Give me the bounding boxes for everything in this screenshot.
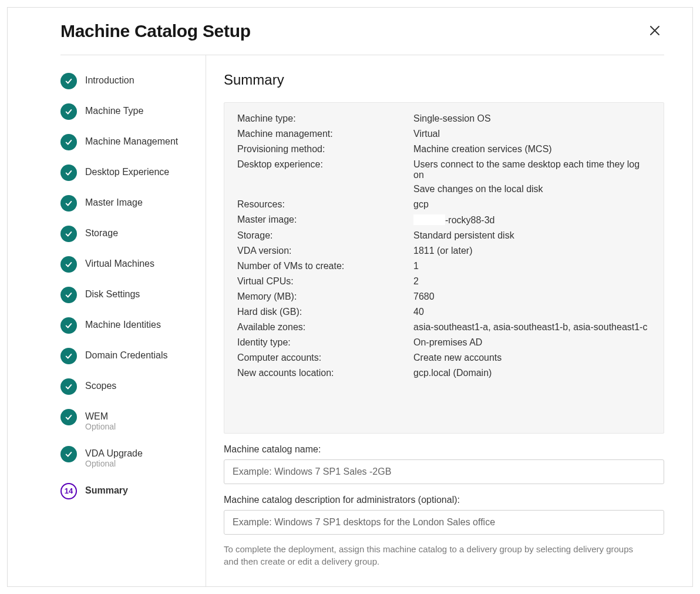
step-texts: WEMOptional xyxy=(85,409,116,432)
step-label: Scopes xyxy=(85,380,116,391)
summary-row-label: Provisioning method: xyxy=(237,144,413,155)
dialog-body: IntroductionMachine TypeMachine Manageme… xyxy=(8,55,692,586)
summary-row: Machine type:Single-session OS xyxy=(237,111,651,126)
panel-heading: Summary xyxy=(224,72,664,88)
check-icon xyxy=(60,317,77,334)
step-label: Storage xyxy=(85,227,118,239)
summary-value-text: Create new accounts xyxy=(413,353,502,363)
check-icon xyxy=(60,134,77,150)
wizard-step-summary[interactable]: 14Summary xyxy=(60,483,206,499)
summary-row-label: Machine management: xyxy=(237,129,413,139)
summary-value-text: 1 xyxy=(413,261,419,271)
wizard-step-machine-identities[interactable]: Machine Identities xyxy=(60,317,206,334)
summary-value-text: Machine creation services (MCS) xyxy=(413,144,552,154)
wizard-step-desktop-experience[interactable]: Desktop Experience xyxy=(60,165,206,181)
summary-value-text: Single-session OS xyxy=(413,113,491,123)
summary-row: Master image:-rocky88-3d xyxy=(237,212,651,228)
summary-row: Identity type:On-premises AD xyxy=(237,335,651,350)
summary-row-label: New accounts location: xyxy=(237,368,413,378)
step-label: Machine Identities xyxy=(85,319,161,330)
summary-row: Number of VMs to create:1 xyxy=(237,259,651,274)
catalog-name-input[interactable] xyxy=(224,459,664,484)
step-number-icon: 14 xyxy=(60,483,77,499)
summary-row-value: 40 xyxy=(413,307,651,317)
summary-row-value: -rocky88-3d xyxy=(413,214,651,226)
summary-value-text: On-premises AD xyxy=(413,337,482,347)
wizard-sidebar: IntroductionMachine TypeMachine Manageme… xyxy=(18,55,206,586)
step-texts: Summary xyxy=(85,483,128,496)
summary-panel[interactable]: Machine type:Single-session OSMachine ma… xyxy=(224,102,664,434)
summary-row-value: 2 xyxy=(413,276,651,287)
summary-row-label: Identity type: xyxy=(237,337,413,348)
summary-row-label: VDA version: xyxy=(237,246,413,256)
completion-hint: To complete the deployment, assign this … xyxy=(224,543,647,568)
summary-value-text: -rocky88-3d xyxy=(445,215,494,225)
wizard-main: Summary Machine type:Single-session OSMa… xyxy=(206,55,692,586)
wizard-step-storage[interactable]: Storage xyxy=(60,226,206,242)
step-texts: Disk Settings xyxy=(85,287,140,300)
summary-value-text: Users connect to the same desktop each t… xyxy=(413,159,640,180)
summary-value-text: 7680 xyxy=(413,291,435,301)
summary-value-text: 40 xyxy=(413,307,424,317)
wizard-step-machine-type[interactable]: Machine Type xyxy=(60,103,206,120)
wizard-step-disk-settings[interactable]: Disk Settings xyxy=(60,287,206,303)
wizard-step-domain-credentials[interactable]: Domain Credentials xyxy=(60,348,206,364)
summary-row-label: Storage: xyxy=(237,230,413,241)
summary-value-text: asia-southeast1-a, asia-southeast1-b, as… xyxy=(413,322,647,332)
check-icon xyxy=(60,378,77,395)
step-label: Introduction xyxy=(85,75,134,86)
summary-row-value: 1811 (or later) xyxy=(413,246,651,256)
summary-row: New accounts location:gcp.local (Domain) xyxy=(237,365,651,381)
wizard-step-machine-management[interactable]: Machine Management xyxy=(60,134,206,150)
wizard-step-virtual-machines[interactable]: Virtual Machines xyxy=(60,256,206,273)
summary-row-value: Standard persistent disk xyxy=(413,230,651,241)
summary-row-value: gcp xyxy=(413,199,651,210)
check-icon xyxy=(60,348,77,364)
step-texts: Machine Management xyxy=(85,134,178,147)
summary-row: Provisioning method:Machine creation ser… xyxy=(237,142,651,157)
check-icon xyxy=(60,73,77,89)
summary-row-label: Master image: xyxy=(237,214,413,225)
check-icon xyxy=(60,409,77,425)
summary-row-value: Create new accounts xyxy=(413,353,651,363)
summary-row-value: Single-session OS xyxy=(413,113,651,124)
step-texts: Storage xyxy=(85,226,118,239)
step-texts: Virtual Machines xyxy=(85,256,154,269)
step-label: VDA Upgrade xyxy=(85,448,143,459)
close-button[interactable] xyxy=(645,19,664,43)
step-label: Desktop Experience xyxy=(85,166,169,177)
wizard-step-vda-upgrade[interactable]: VDA UpgradeOptional xyxy=(60,446,206,469)
check-icon xyxy=(60,446,77,462)
catalog-description-input[interactable] xyxy=(224,510,664,535)
wizard-step-wem[interactable]: WEMOptional xyxy=(60,409,206,432)
close-icon xyxy=(649,25,661,36)
summary-row: Storage:Standard persistent disk xyxy=(237,228,651,243)
step-texts: Machine Identities xyxy=(85,317,161,330)
summary-row: VDA version:1811 (or later) xyxy=(237,243,651,259)
summary-row-label: Virtual CPUs: xyxy=(237,276,413,287)
step-texts: Desktop Experience xyxy=(85,165,169,177)
step-label: Virtual Machines xyxy=(85,258,154,269)
step-label: Summary xyxy=(85,485,128,496)
summary-value-text: 2 xyxy=(413,276,419,286)
summary-row: Virtual CPUs:2 xyxy=(237,274,651,289)
wizard-step-scopes[interactable]: Scopes xyxy=(60,378,206,395)
step-label: Machine Type xyxy=(85,105,143,116)
wizard-step-master-image[interactable]: Master Image xyxy=(60,195,206,212)
step-sublabel: Optional xyxy=(85,422,116,432)
summary-row-label: Number of VMs to create: xyxy=(237,261,413,271)
summary-row: Resources:gcp xyxy=(237,197,651,212)
summary-row-value: Machine creation services (MCS) xyxy=(413,144,651,155)
summary-value-text: Virtual xyxy=(413,129,440,139)
step-texts: Domain Credentials xyxy=(85,348,168,361)
check-icon xyxy=(60,256,77,273)
wizard-step-introduction[interactable]: Introduction xyxy=(60,73,206,89)
step-sublabel: Optional xyxy=(85,459,143,469)
step-label: Master Image xyxy=(85,197,143,208)
summary-row-value: On-premises AD xyxy=(413,337,651,348)
step-texts: VDA UpgradeOptional xyxy=(85,446,143,469)
summary-value-text: gcp xyxy=(413,199,429,209)
summary-row-value: 1 xyxy=(413,261,651,271)
check-icon xyxy=(60,195,77,212)
summary-row-label: Available zones: xyxy=(237,322,413,333)
